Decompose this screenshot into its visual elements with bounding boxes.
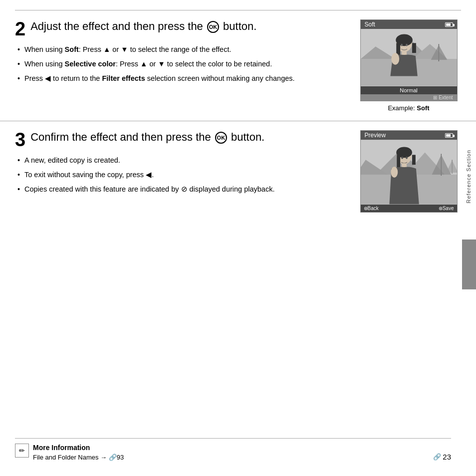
bold-soft: Soft	[65, 45, 79, 53]
preview-label: Preview	[365, 132, 386, 139]
soft-battery	[445, 21, 453, 28]
step2-heading-text: Adjust the effect and then press the OK …	[30, 20, 256, 32]
soft-illustration	[361, 29, 457, 86]
step3-heading-text: Confirm the effect and then press the OK…	[30, 131, 264, 143]
page: 2 Adjust the effect and then press the O…	[0, 0, 476, 476]
pencil-icon: ✏	[15, 444, 29, 458]
section2-left: 2 Adjust the effect and then press the O…	[15, 19, 356, 112]
example-caption: Example: Soft	[388, 104, 429, 112]
preview-battery	[445, 132, 453, 139]
step3-heading: 3 Confirm the effect and then press the …	[15, 130, 346, 149]
normal-label: Normal	[400, 87, 417, 93]
more-info-content: More Information File and Folder Names →…	[33, 444, 124, 461]
soft-label: Soft	[365, 21, 375, 28]
bottom-divider	[15, 438, 451, 439]
section-2: 2 Adjust the effect and then press the O…	[0, 10, 476, 121]
bullet-selective-color: When using Selective color: Press ▲ or ▼…	[17, 59, 346, 69]
bold-selective-color: Selective color	[65, 60, 116, 68]
file-folder-link: 🔗93	[109, 454, 124, 461]
soft-camera-screen: Soft	[360, 19, 458, 101]
example-bold: Soft	[417, 104, 429, 112]
svg-point-11	[401, 44, 403, 46]
page-icon: 🔗	[433, 453, 441, 461]
soft-screen-image	[361, 29, 457, 86]
step3-number: 3	[15, 130, 25, 149]
section3-bullets: A new, edited copy is created. To exit w…	[15, 155, 346, 195]
page-number: 🔗 23	[433, 453, 451, 461]
bullet-exit: To exit without saving the copy, press ◀…	[17, 170, 346, 180]
svg-rect-10	[412, 43, 416, 53]
extent-icon: ⊞	[433, 95, 437, 100]
more-info-title: More Information	[33, 444, 124, 452]
preview-header: Preview	[361, 131, 457, 140]
section2-bullets: When using Soft: Press ▲ or ▼ to select …	[15, 44, 346, 84]
section3-left: 3 Confirm the effect and then press the …	[15, 130, 356, 213]
step2-number: 2	[15, 19, 25, 38]
more-info-box: ✏ More Information File and Folder Names…	[15, 444, 451, 461]
reference-tab	[462, 239, 476, 289]
preview-image	[361, 140, 457, 205]
svg-point-12	[406, 44, 408, 46]
svg-point-29	[406, 157, 408, 159]
ok-button-icon: OK	[207, 21, 219, 33]
svg-rect-26	[397, 155, 400, 167]
reference-text: Reference Section	[466, 150, 472, 204]
section2-right: Soft	[356, 19, 461, 112]
bullet-new-copy: A new, edited copy is created.	[17, 155, 346, 166]
ok-button-icon2: OK	[215, 132, 227, 144]
section-3: 3 Confirm the effect and then press the …	[0, 121, 476, 222]
more-info-text: File and Folder Names → 🔗93	[33, 454, 124, 461]
bullet-filter-effects: Press ◀ to return to the Filter effects …	[17, 73, 346, 84]
reference-sidebar: Reference Section	[461, 150, 476, 249]
svg-point-14	[391, 53, 399, 65]
bold-filter-effects: Filter effects	[102, 74, 145, 82]
pencil-symbol: ✏	[19, 447, 25, 455]
page-num: 23	[443, 453, 451, 461]
preview-illustration	[361, 140, 457, 205]
soft-screen-extent: ⊞ Extent	[361, 94, 457, 101]
soft-screen-footer: Normal	[361, 86, 457, 94]
bullet-copies: Copies created with this feature are ind…	[17, 184, 346, 195]
soft-screen-header: Soft	[361, 20, 457, 29]
back-label: ⊛Back	[364, 206, 379, 211]
extent-label: Extent	[439, 95, 453, 100]
section3-right: Preview	[356, 130, 461, 213]
save-label: ⊛Save	[439, 206, 454, 211]
svg-point-31	[391, 167, 398, 178]
step2-heading: 2 Adjust the effect and then press the O…	[15, 19, 346, 38]
svg-point-28	[401, 157, 403, 159]
preview-camera-screen: Preview	[360, 130, 458, 213]
preview-footer: ⊛Back ⊛Save	[361, 205, 457, 212]
bottom-section: ✏ More Information File and Folder Names…	[15, 438, 451, 461]
bullet-soft: When using Soft: Press ▲ or ▼ to select …	[17, 44, 346, 55]
svg-rect-27	[412, 155, 415, 165]
